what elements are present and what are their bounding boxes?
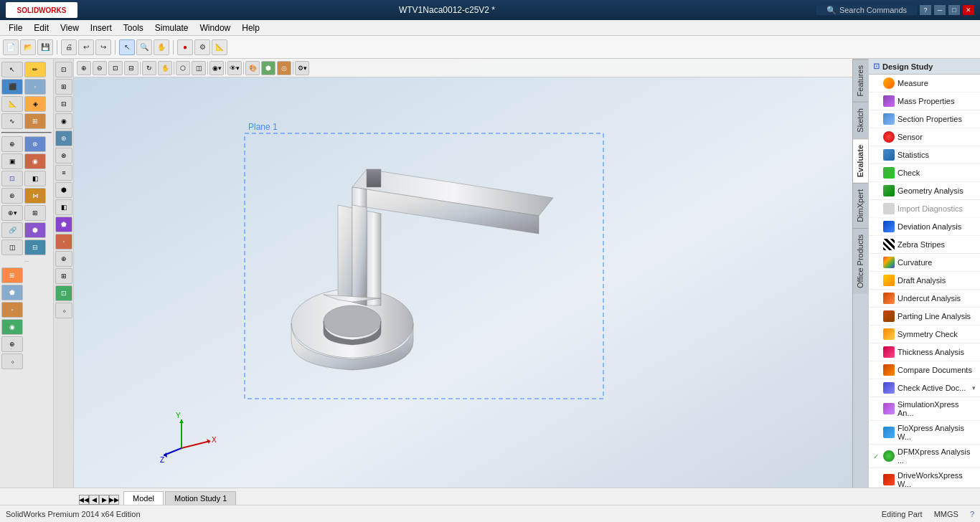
eval-item-geom[interactable]: Geometry Analysis: [869, 182, 980, 200]
sidebar-btn-tool9[interactable]: ⊞: [24, 205, 46, 221]
vt-rotate[interactable]: ↻: [142, 61, 156, 75]
help-button[interactable]: ?: [920, 5, 931, 15]
sidebar-btn-extra5[interactable]: ⊕: [1, 336, 23, 352]
vt-pan[interactable]: ✋: [158, 61, 172, 75]
sidebar-btn-tool8[interactable]: ⋈: [24, 188, 46, 204]
eval-item-deviation[interactable]: Deviation Analysis: [869, 218, 980, 236]
vt-zoom-out[interactable]: ⊖: [93, 61, 107, 75]
sidebar-btn-tool1[interactable]: ⊕: [1, 136, 23, 152]
pan-button[interactable]: ✋: [154, 39, 169, 55]
lp2-btn3[interactable]: ⊟: [55, 96, 72, 112]
eval-item-curvature[interactable]: Curvature: [869, 254, 980, 272]
eval-item-compare[interactable]: Compare Documents: [869, 361, 980, 379]
sidebar-btn-tool2[interactable]: ⊗: [24, 136, 46, 152]
vt-settings[interactable]: ⚙▾: [295, 61, 309, 75]
sidebar-btn-extra4[interactable]: ◉: [1, 319, 23, 335]
sidebar-btn-tool3[interactable]: ▣: [1, 153, 23, 169]
menu-file[interactable]: File: [3, 22, 28, 34]
new-button[interactable]: 📄: [3, 39, 19, 55]
lp2-btn4[interactable]: ◉: [55, 113, 72, 129]
settings-button[interactable]: ⚙: [194, 39, 210, 55]
tab-sketch[interactable]: Sketch: [853, 102, 868, 138]
sidebar-btn-sketch[interactable]: ✏: [24, 62, 46, 77]
menu-edit[interactable]: Edit: [28, 22, 55, 34]
sidebar-btn-dropdown[interactable]: ⊕▾: [1, 205, 23, 221]
menu-simulate[interactable]: Simulate: [149, 22, 194, 34]
eval-item-simulation[interactable]: SimulationXpress An...: [869, 397, 980, 421]
menu-tools[interactable]: Tools: [118, 22, 149, 34]
lp2-btn7[interactable]: ≡: [55, 165, 72, 181]
eval-item-dfm[interactable]: ✓DFMXpress Analysis ...: [869, 445, 980, 468]
status-help[interactable]: ?: [970, 510, 974, 518]
measure-button[interactable]: 📐: [212, 39, 227, 55]
open-button[interactable]: 📂: [20, 39, 36, 55]
sidebar-btn-tool7[interactable]: ⊛: [1, 188, 23, 204]
vt-scene[interactable]: ⬢: [261, 61, 275, 75]
lp2-btn12[interactable]: ⊕: [55, 251, 72, 267]
lp2-btn15[interactable]: ⬦: [55, 303, 72, 318]
save-button[interactable]: 💾: [37, 39, 53, 55]
sidebar-btn-tool13[interactable]: ⊟: [24, 239, 46, 255]
lp2-btn11[interactable]: ◦: [55, 234, 72, 250]
tab-features[interactable]: Features: [853, 59, 868, 102]
sidebar-btn-fillet[interactable]: ◦: [24, 79, 46, 95]
prev-prev-button[interactable]: ◀◀: [79, 495, 89, 505]
lp2-btn5[interactable]: ⊛: [55, 130, 72, 146]
lp2-btn14[interactable]: ⊡: [55, 285, 72, 301]
tab-evaluate[interactable]: Evaluate: [853, 138, 868, 183]
undo-button[interactable]: ↩: [78, 39, 94, 55]
search-commands[interactable]: 🔍 Search Commands: [816, 5, 917, 15]
sidebar-btn-select[interactable]: ↖: [1, 62, 23, 77]
sidebar-btn-tool6[interactable]: ◧: [24, 171, 46, 186]
vt-zoom-area[interactable]: ⊟: [124, 61, 138, 75]
next-next-button[interactable]: ▶▶: [109, 495, 119, 505]
eval-item-symmetry[interactable]: Symmetry Check: [869, 326, 980, 343]
lp2-btn6[interactable]: ⊗: [55, 148, 72, 163]
lp2-btn8[interactable]: ⬢: [55, 182, 72, 198]
redo-button[interactable]: ↪: [95, 39, 111, 55]
vt-orient[interactable]: ⬡: [176, 61, 190, 75]
lp2-btn1[interactable]: ⊡: [55, 62, 72, 77]
lp2-btn2[interactable]: ⊞: [55, 79, 72, 95]
eval-item-draft[interactable]: Draft Analysis: [869, 272, 980, 290]
design-study-header[interactable]: ⊡ Design Study: [869, 59, 980, 75]
prev-button[interactable]: ◀: [89, 495, 99, 505]
tab-motion-study[interactable]: Motion Study 1: [165, 491, 236, 505]
vt-zoom-in[interactable]: ⊕: [77, 61, 91, 75]
sidebar-btn-tool12[interactable]: ◫: [1, 239, 23, 255]
eval-item-section[interactable]: Section Properties: [869, 110, 980, 128]
sidebar-btn-extra1[interactable]: ⊞: [1, 267, 23, 283]
tab-model[interactable]: Model: [123, 491, 164, 505]
sidebar-btn-tool10[interactable]: 🔗: [1, 222, 23, 238]
sidebar-btn-tool5[interactable]: ⊡: [1, 171, 23, 186]
eval-item-measure[interactable]: Measure: [869, 75, 980, 92]
sidebar-btn-ref[interactable]: ◈: [24, 96, 46, 112]
eval-item-check[interactable]: Check: [869, 164, 980, 182]
eval-item-statistics[interactable]: Statistics: [869, 146, 980, 164]
eval-item-parting[interactable]: Parting Line Analysis: [869, 308, 980, 326]
sidebar-btn-tool11[interactable]: ⬢: [24, 222, 46, 238]
sidebar-btn-tool4[interactable]: ◉: [24, 153, 46, 169]
menu-window[interactable]: Window: [194, 22, 237, 34]
select-button[interactable]: ↖: [119, 39, 135, 55]
lp2-btn10[interactable]: ⬟: [55, 217, 72, 232]
eval-item-drive[interactable]: DriveWorksXpress W...: [869, 468, 980, 488]
next-button[interactable]: ▶: [99, 495, 109, 505]
window-controls[interactable]: 🔍 Search Commands ? ─ □ ✕: [816, 5, 974, 15]
eval-item-checkdoc[interactable]: Check Active Doc...▾: [869, 379, 980, 397]
print-button[interactable]: 🖨: [61, 39, 77, 55]
sidebar-btn-curve[interactable]: ∿: [1, 113, 23, 129]
vt-hide-show[interactable]: 👁▾: [227, 61, 242, 75]
eval-item-flo[interactable]: FloXpress Analysis W...: [869, 421, 980, 445]
lp2-btn13[interactable]: ⊞: [55, 268, 72, 284]
eval-item-undercut[interactable]: Undercut Analysis: [869, 290, 980, 308]
close-button[interactable]: ✕: [963, 5, 974, 15]
menu-view[interactable]: View: [55, 22, 85, 34]
zoom-button[interactable]: 🔍: [136, 39, 152, 55]
vt-fit[interactable]: ⊡: [108, 61, 123, 75]
eval-item-thickness[interactable]: Thickness Analysis: [869, 343, 980, 361]
vt-display-style[interactable]: ◉▾: [209, 61, 224, 75]
minimize-button[interactable]: ─: [934, 5, 946, 15]
sidebar-btn-extrude[interactable]: ⬛: [1, 79, 23, 95]
menu-help[interactable]: Help: [236, 22, 265, 34]
